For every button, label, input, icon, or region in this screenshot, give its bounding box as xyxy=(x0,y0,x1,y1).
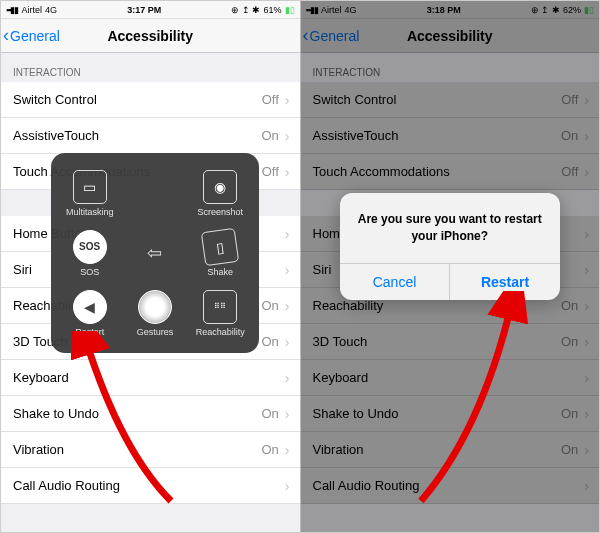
restart-button[interactable]: Restart xyxy=(450,264,560,300)
back-arrow-icon: ⇦ xyxy=(147,242,162,264)
signal-icon: ▪▪▮▮ xyxy=(6,5,18,15)
row-assistivetouch[interactable]: AssistiveTouchOn› xyxy=(1,118,300,154)
back-button[interactable]: ‹ General xyxy=(3,25,60,46)
carrier: Airtel xyxy=(21,5,42,15)
phone-right: ▪▪▮▮ Airtel 4G 3:18 PM ⊕ ↥ ✱ 62% ▮▯ ‹ Ge… xyxy=(301,1,600,532)
row-shake-to-undo[interactable]: Shake to UndoOn› xyxy=(1,396,300,432)
battery-icon: ▮▯ xyxy=(285,5,295,15)
multitasking-icon: ▭ xyxy=(73,170,107,204)
restart-icon: ◀ xyxy=(73,290,107,324)
at-sos[interactable]: SOSSOS xyxy=(59,225,120,281)
row-vibration[interactable]: VibrationOn› xyxy=(1,432,300,468)
restart-alert: Are you sure you want to restart your iP… xyxy=(340,193,560,300)
cancel-button[interactable]: Cancel xyxy=(340,264,451,300)
at-reachability[interactable]: ⠿⠿Reachability xyxy=(190,285,251,341)
at-multitasking[interactable]: ▭Multitasking xyxy=(59,165,120,221)
back-label: General xyxy=(10,28,60,44)
network: 4G xyxy=(45,5,57,15)
phone-left: ▪▪▮▮ Airtel 4G 3:17 PM ⊕ ↥ ✱ 61% ▮▯ ‹ Ge… xyxy=(1,1,301,532)
row-switch-control[interactable]: Switch ControlOff› xyxy=(1,82,300,118)
screenshot-icon: ◉ xyxy=(203,170,237,204)
row-call-audio-routing[interactable]: Call Audio Routing› xyxy=(1,468,300,504)
alert-message: Are you sure you want to restart your iP… xyxy=(340,193,560,263)
alarm-icon: ⊕ ↥ ✱ xyxy=(231,5,260,15)
at-empty xyxy=(124,165,185,221)
row-keyboard[interactable]: Keyboard› xyxy=(1,360,300,396)
at-shake[interactable]: ▯Shake xyxy=(190,225,251,281)
status-time: 3:17 PM xyxy=(127,5,161,15)
at-screenshot[interactable]: ◉Screenshot xyxy=(190,165,251,221)
shake-icon: ▯ xyxy=(201,227,239,265)
nav-bar: ‹ General Accessibility xyxy=(1,19,300,53)
status-bar: ▪▪▮▮ Airtel 4G 3:17 PM ⊕ ↥ ✱ 61% ▮▯ xyxy=(1,1,300,19)
assistivetouch-menu: ▭Multitasking ◉Screenshot SOSSOS ⇦ ▯Shak… xyxy=(51,153,259,353)
chevron-left-icon: ‹ xyxy=(3,25,9,46)
section-header: INTERACTION xyxy=(1,53,300,82)
at-back[interactable]: ⇦ xyxy=(124,225,185,281)
reachability-icon: ⠿⠿ xyxy=(203,290,237,324)
chevron-right-icon: › xyxy=(285,92,290,108)
at-gestures[interactable]: Gestures xyxy=(124,285,185,341)
gestures-icon xyxy=(138,290,172,324)
at-restart[interactable]: ◀Restart xyxy=(59,285,120,341)
battery-pct: 61% xyxy=(263,5,281,15)
sos-icon: SOS xyxy=(73,230,107,264)
alert-backdrop: Are you sure you want to restart your iP… xyxy=(301,1,600,532)
